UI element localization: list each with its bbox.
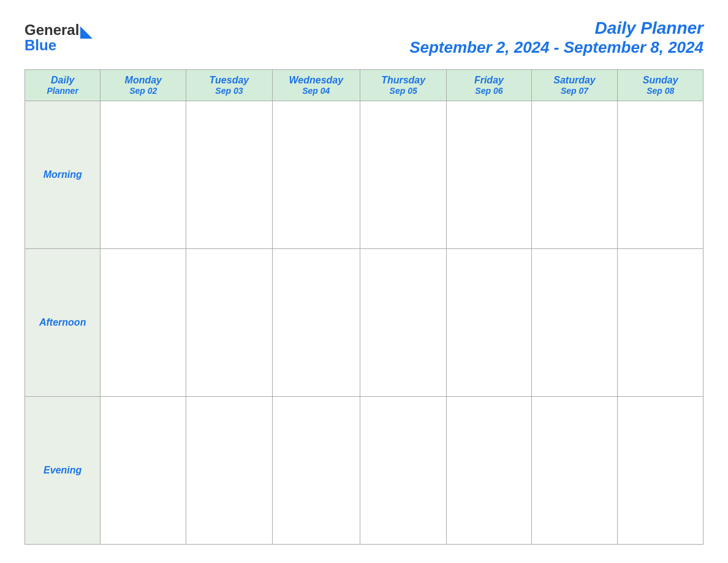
afternoon-saturday[interactable]: [531, 249, 618, 397]
afternoon-label: Afternoon: [25, 249, 100, 397]
evening-wednesday[interactable]: [272, 397, 360, 545]
planner-title: Daily Planner: [409, 18, 703, 38]
afternoon-row: Afternoon: [25, 249, 703, 397]
logo-blue: Blue: [25, 37, 93, 55]
afternoon-wednesday[interactable]: [272, 249, 360, 397]
label-header: Daily Planner: [25, 70, 100, 101]
header-monday: Monday Sep 02: [100, 70, 186, 101]
title-block: Daily Planner September 2, 2024 - Septem…: [409, 18, 703, 57]
afternoon-thursday[interactable]: [360, 249, 446, 397]
morning-saturday[interactable]: [531, 101, 618, 249]
morning-tuesday[interactable]: [186, 101, 272, 249]
morning-wednesday[interactable]: [272, 101, 360, 249]
morning-monday[interactable]: [100, 101, 186, 249]
header-saturday: Saturday Sep 07: [531, 70, 618, 101]
header-sunday: Sunday Sep 08: [618, 70, 703, 101]
evening-tuesday[interactable]: [186, 397, 272, 545]
table-header-row: Daily Planner Monday Sep 02 Tuesday Sep …: [25, 70, 703, 101]
morning-row: Morning: [25, 101, 703, 249]
evening-sunday[interactable]: [618, 397, 703, 545]
header-thursday: Thursday Sep 05: [360, 70, 446, 101]
header-wednesday: Wednesday Sep 04: [272, 70, 360, 101]
morning-thursday[interactable]: [360, 101, 446, 249]
afternoon-sunday[interactable]: [618, 249, 703, 397]
planner-table: Daily Planner Monday Sep 02 Tuesday Sep …: [25, 69, 703, 545]
evening-monday[interactable]: [100, 397, 186, 545]
evening-friday[interactable]: [447, 397, 531, 545]
header-tuesday: Tuesday Sep 03: [186, 70, 272, 101]
afternoon-friday[interactable]: [447, 249, 531, 397]
morning-friday[interactable]: [447, 101, 531, 249]
afternoon-tuesday[interactable]: [186, 249, 272, 397]
logo: General Blue: [25, 21, 93, 55]
morning-sunday[interactable]: [618, 101, 703, 249]
afternoon-monday[interactable]: [100, 249, 186, 397]
page: General Blue Daily Planner September 2, …: [0, 0, 728, 563]
evening-thursday[interactable]: [360, 397, 446, 545]
header-friday: Friday Sep 06: [447, 70, 531, 101]
evening-row: Evening: [25, 397, 703, 545]
morning-label: Morning: [25, 101, 100, 249]
evening-label: Evening: [25, 397, 100, 545]
evening-saturday[interactable]: [531, 397, 618, 545]
logo-text: General Blue: [25, 21, 93, 55]
header: General Blue Daily Planner September 2, …: [25, 18, 703, 57]
planner-subtitle: September 2, 2024 - September 8, 2024: [409, 38, 703, 57]
